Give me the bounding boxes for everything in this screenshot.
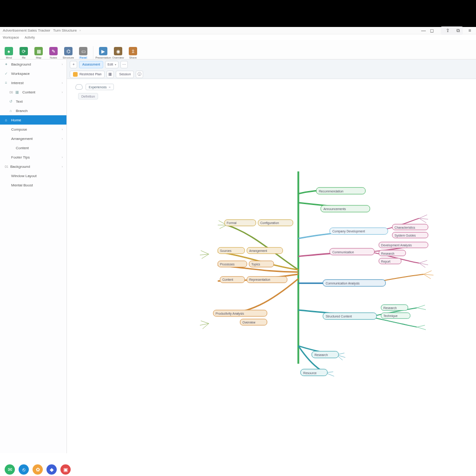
svg-rect-22 <box>321 205 370 212</box>
restricted-plan-button[interactable]: Restricted Plan <box>70 71 105 78</box>
link-icon[interactable]: ⧉ <box>455 27 461 34</box>
ribbon-presentation[interactable]: ▶Presentation <box>97 47 109 59</box>
app-window: Advertisement Sales Tracker Turn Structu… <box>0 27 476 466</box>
svg-rect-8 <box>218 261 247 267</box>
svg-rect-26 <box>392 224 428 230</box>
breadcrumb-item[interactable]: Turn Structure <box>53 28 77 33</box>
svg-rect-12 <box>220 277 245 283</box>
svg-rect-38 <box>323 280 386 286</box>
info-icon[interactable]: ⓘ <box>136 71 143 78</box>
ribbon-mind[interactable]: ♠Mind <box>3 47 15 59</box>
svg-text:Overview: Overview <box>242 321 255 324</box>
svg-text:Resource: Resource <box>303 371 317 375</box>
svg-rect-18 <box>240 319 267 325</box>
edit-dropdown[interactable]: Edit▾ <box>105 61 119 68</box>
chevron-right-icon: › <box>62 128 63 131</box>
mindmap-svg: Formal Configuration Sources Arrangement… <box>67 60 476 453</box>
tag-row: Experiences× <box>75 84 114 90</box>
menu-workspace[interactable]: Workspace <box>3 36 19 39</box>
minimize-button[interactable]: — <box>420 27 427 34</box>
ribbon-map[interactable]: ▦Map <box>33 47 45 59</box>
structure-icon: ⌬ <box>64 47 73 55</box>
hamburger-icon[interactable]: ≡ <box>467 27 473 34</box>
secondary-toolbar: ⌖ Assessment Edit▾ ⋯ Restricted Plan ▦ S… <box>67 60 476 79</box>
svg-text:Configuration: Configuration <box>260 221 279 225</box>
dock-browser[interactable]: ⎋ <box>19 464 29 475</box>
grid-toggle-icon[interactable]: ▦ <box>106 71 114 78</box>
cloud-icon[interactable] <box>75 84 83 90</box>
sidebar-item-compose[interactable]: Compose› <box>0 125 66 134</box>
share-ribbon-icon: ⇫ <box>129 47 137 55</box>
sidebar-item-interest[interactable]: ≡Interest› <box>0 78 66 87</box>
sparkle-icon: ✦ <box>4 62 8 66</box>
svg-rect-20 <box>316 187 365 194</box>
chevron-right-icon: › <box>79 28 81 33</box>
sidebar-item-arrangement[interactable]: Arrangement› <box>0 134 66 143</box>
refresh-icon: ⟳ <box>20 47 28 55</box>
chevron-down-icon: ▾ <box>115 63 116 66</box>
sidebar-item-background-2[interactable]: 01Background› <box>0 162 66 171</box>
svg-rect-30 <box>330 248 374 255</box>
ribbon-overview[interactable]: ◉Overview <box>112 47 124 59</box>
menubar: Workspace Activity <box>0 34 476 40</box>
sidebar-item-content[interactable]: 08▦Content› <box>0 87 66 97</box>
ribbon-re[interactable]: ⟳Re <box>18 47 30 59</box>
breadcrumb-root[interactable]: Advertisement Sales Tracker <box>3 28 50 33</box>
svg-text:Communication Analysis: Communication Analysis <box>325 282 360 285</box>
svg-text:Development Analysis: Development Analysis <box>381 244 412 247</box>
ribbon-separator <box>93 46 93 59</box>
more-icon[interactable]: ⋯ <box>120 61 128 68</box>
ribbon-share[interactable]: ⇫Share <box>127 47 139 59</box>
pointer-icon[interactable]: ⌖ <box>70 61 77 68</box>
svg-text:Report: Report <box>381 260 390 264</box>
svg-text:Arrangement: Arrangement <box>249 249 267 253</box>
svg-rect-14 <box>247 277 287 283</box>
dock-settings[interactable]: ✿ <box>33 464 43 475</box>
svg-text:Structured Content: Structured Content <box>325 315 352 318</box>
dock-files[interactable]: ◆ <box>46 464 57 475</box>
dock-mail[interactable]: ✉ <box>5 464 15 475</box>
chevron-right-icon: › <box>62 156 63 159</box>
svg-rect-34 <box>379 250 406 256</box>
svg-text:Topics: Topics <box>251 263 261 266</box>
canvas[interactable]: ⌖ Assessment Edit▾ ⋯ Restricted Plan ▦ S… <box>67 60 476 453</box>
svg-text:Announcements: Announcements <box>324 207 346 211</box>
map-icon: ▦ <box>34 47 43 55</box>
assessment-button[interactable]: Assessment <box>79 61 103 68</box>
svg-rect-0 <box>225 220 256 226</box>
close-icon[interactable]: × <box>109 85 111 89</box>
svg-text:Communication: Communication <box>332 251 354 254</box>
menu-activity[interactable]: Activity <box>25 36 35 39</box>
tag-definition[interactable]: Definition <box>78 93 98 99</box>
sidebar-item-window-layout[interactable]: Window Layout <box>0 171 66 180</box>
tag-experiences[interactable]: Experiences× <box>86 84 114 90</box>
presentation-icon: ▶ <box>99 47 107 55</box>
sidebar-item-text[interactable]: ↺Text <box>0 97 66 106</box>
svg-text:Productivity Analysis: Productivity Analysis <box>216 312 245 316</box>
titlebar: Advertisement Sales Tracker Turn Structu… <box>0 27 476 34</box>
ribbon-panel[interactable]: ▭Panel <box>77 47 89 59</box>
sidebar-item-home[interactable]: ⌂Home <box>0 115 66 125</box>
chevron-right-icon: › <box>62 165 63 168</box>
svg-text:Characteristics: Characteristics <box>395 226 416 229</box>
svg-rect-36 <box>379 258 401 264</box>
chevron-right-icon: › <box>62 91 63 94</box>
dock: ✉ ⎋ ✿ ◆ ▣ <box>0 463 476 476</box>
sidebar-item-workspace[interactable]: ✓Workspace <box>0 69 66 78</box>
sidebar-item-background[interactable]: ✦Background› <box>0 60 66 69</box>
sidebar-item-mental-boost[interactable]: Mental Boost <box>0 180 66 190</box>
svg-text:Research: Research <box>383 306 397 310</box>
list-icon: ≡ <box>4 80 8 85</box>
share-icon[interactable]: ⇪ <box>444 27 451 34</box>
dock-media[interactable]: ▣ <box>60 464 71 475</box>
sidebar-item-footer-tips[interactable]: Footer Tips› <box>0 152 66 162</box>
maximize-button[interactable]: ◻ <box>429 27 435 34</box>
notes-icon: ✎ <box>49 47 58 55</box>
overview-icon: ◉ <box>114 47 122 55</box>
sidebar-item-branch[interactable]: ⌂Branch <box>0 106 66 115</box>
ribbon-structure[interactable]: ⌬Structure <box>62 47 74 59</box>
sidebar-item-content-2[interactable]: Content <box>0 143 66 152</box>
ribbon-notes[interactable]: ✎Notes <box>47 47 60 59</box>
svg-rect-6 <box>247 247 283 253</box>
session-button[interactable]: Session <box>116 71 134 78</box>
